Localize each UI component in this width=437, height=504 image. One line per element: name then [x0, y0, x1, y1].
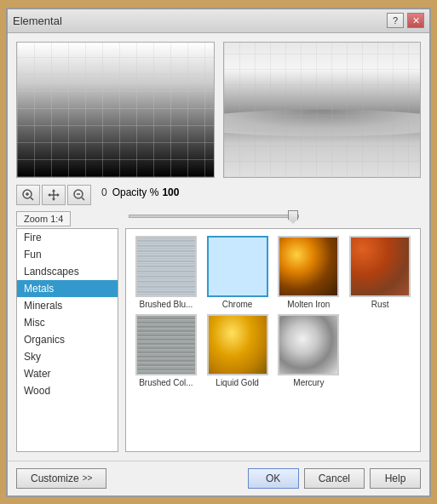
customize-label: Customize: [31, 472, 79, 484]
svg-line-3: [31, 198, 33, 200]
main-window: Elemental ? ✕: [6, 8, 431, 497]
gradient-preview: [17, 43, 214, 177]
bottom-right: OK Cancel Help: [248, 468, 421, 489]
texture-thumbnail: [349, 236, 411, 297]
title-buttons: ? ✕: [387, 13, 424, 28]
texture-label: Brushed Col...: [139, 378, 193, 387]
svg-marker-9: [57, 193, 60, 197]
zoom-move-button[interactable]: [42, 185, 66, 205]
zoom-buttons-row: [16, 185, 91, 205]
category-item[interactable]: Metals: [17, 280, 118, 297]
bottom-bar: Customize >> OK Cancel Help: [8, 461, 429, 495]
title-bar: Elemental ? ✕: [8, 9, 429, 33]
svg-marker-7: [52, 198, 55, 201]
category-item[interactable]: Fun: [17, 246, 118, 263]
controls-section: Zoom 1:4 0 Opacity % 100: [16, 185, 421, 226]
close-button[interactable]: ✕: [407, 13, 424, 28]
category-item[interactable]: Sky: [17, 348, 118, 365]
move-icon: [47, 188, 60, 202]
texture-label: Molten Iron: [287, 300, 330, 309]
texture-label: Rust: [371, 300, 389, 309]
category-list: FireFunLandscapesMetalsMineralsMiscOrgan…: [16, 228, 118, 452]
zoom-display: Zoom 1:4: [16, 211, 71, 226]
category-item[interactable]: Wood: [17, 382, 118, 399]
texture-item[interactable]: Mercury: [276, 314, 342, 387]
zoom-out-icon: [72, 188, 86, 202]
preview-left: [16, 42, 215, 178]
chrome-preview: [224, 43, 421, 177]
texture-label: Mercury: [293, 378, 324, 387]
opacity-zero: 0: [101, 186, 107, 198]
title-bar-left: Elemental: [13, 14, 62, 27]
zoom-out-button[interactable]: [67, 185, 91, 205]
svg-marker-6: [52, 189, 55, 192]
category-item[interactable]: Water: [17, 365, 118, 382]
window-title: Elemental: [13, 14, 62, 27]
content-area: Zoom 1:4 0 Opacity % 100 FireFunLandscap…: [8, 33, 429, 461]
texture-label: Brushed Blu...: [139, 300, 193, 309]
opacity-slider[interactable]: [129, 215, 299, 218]
texture-grid: Brushed Blu...ChromeMolten IronRustBrush…: [125, 228, 421, 452]
slider-container: [129, 215, 421, 218]
texture-label: Liquid Gold: [216, 378, 259, 387]
texture-thumbnail: [278, 236, 339, 297]
texture-thumbnail: [135, 236, 197, 297]
opacity-section: 0 Opacity % 100: [101, 186, 179, 198]
svg-marker-8: [48, 193, 50, 197]
customize-arrow: >>: [83, 473, 93, 483]
category-item[interactable]: Fire: [17, 229, 118, 246]
texture-thumbnail: [207, 314, 268, 375]
zoom-in-button[interactable]: [16, 185, 40, 205]
texture-thumbnail: [207, 236, 268, 297]
bottom-left: Customize >>: [16, 468, 106, 489]
texture-item[interactable]: Brushed Col...: [133, 314, 199, 387]
help-button[interactable]: Help: [370, 468, 421, 489]
texture-thumbnail: [135, 314, 197, 375]
chrome-grid: [224, 43, 421, 177]
texture-label: Chrome: [222, 300, 253, 309]
texture-item[interactable]: Liquid Gold: [204, 314, 271, 387]
texture-item[interactable]: Chrome: [204, 236, 271, 309]
preview-row: [16, 42, 421, 178]
texture-item[interactable]: Molten Iron: [276, 236, 342, 309]
zoom-controls: Zoom 1:4: [16, 185, 91, 226]
opacity-value: 100: [162, 186, 179, 198]
cancel-button[interactable]: Cancel: [304, 468, 365, 489]
customize-button[interactable]: Customize >>: [16, 468, 106, 489]
texture-thumbnail: [278, 314, 339, 375]
texture-item[interactable]: Brushed Blu...: [133, 236, 199, 309]
category-item[interactable]: Misc: [17, 314, 118, 331]
zoom-label-container: Zoom 1:4: [16, 209, 71, 226]
category-item[interactable]: Organics: [17, 331, 118, 348]
category-item[interactable]: Landscapes: [17, 263, 118, 280]
svg-line-12: [82, 198, 84, 200]
preview-right: [223, 42, 422, 178]
zoom-in-icon: [21, 188, 35, 202]
help-title-button[interactable]: ?: [387, 13, 404, 28]
texture-item[interactable]: Rust: [347, 236, 413, 309]
main-panel: FireFunLandscapesMetalsMineralsMiscOrgan…: [16, 228, 421, 452]
category-item[interactable]: Minerals: [17, 297, 118, 314]
ok-button[interactable]: OK: [248, 468, 299, 489]
opacity-label: Opacity %: [112, 186, 159, 198]
